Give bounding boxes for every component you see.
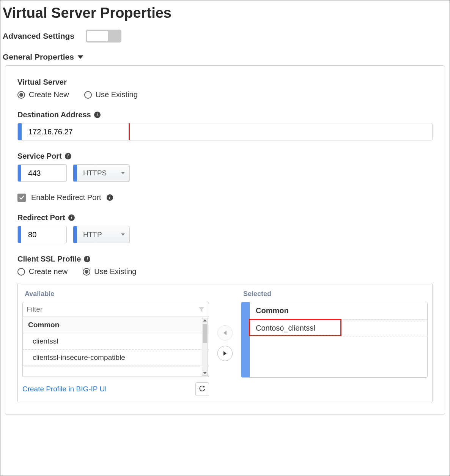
destination-address-input[interactable] — [22, 123, 432, 140]
input-stripe — [18, 165, 21, 181]
list-group-header: Common — [23, 317, 209, 333]
service-port-label: Service Port i — [17, 152, 433, 161]
radio-icon — [17, 91, 25, 99]
list-item[interactable]: clientssl-insecure-compatible — [23, 350, 209, 366]
available-listbox[interactable]: Common clientssl clientssl-insecure-comp… — [22, 317, 209, 377]
scroll-up-icon — [203, 319, 207, 322]
radio-icon — [17, 268, 25, 276]
chevron-down-icon — [78, 55, 83, 59]
selection-bar — [241, 302, 250, 377]
radio-use-existing-ssl[interactable]: Use Existing — [83, 267, 136, 276]
check-icon — [19, 195, 25, 200]
chevron-down-icon — [121, 233, 125, 236]
page-title: Virtual Server Properties — [3, 5, 447, 21]
scrollbar-thumb[interactable] — [203, 324, 207, 343]
enable-redirect-checkbox[interactable] — [17, 194, 26, 202]
input-stripe — [18, 226, 21, 243]
redirect-port-wrap — [17, 226, 67, 243]
selected-listbox[interactable]: Common Contoso_clientssl — [241, 302, 428, 378]
info-icon[interactable]: i — [94, 112, 101, 118]
service-port-wrap — [17, 164, 67, 182]
service-port-input[interactable] — [21, 165, 66, 181]
create-profile-link[interactable]: Create Profile in BIG-IP UI — [22, 385, 107, 393]
radio-icon — [84, 91, 92, 99]
destination-address-label: Destination Address i — [17, 110, 433, 119]
general-properties-panel: Virtual Server Create New Use Existing D… — [5, 65, 445, 415]
arrow-left-icon — [223, 331, 227, 335]
radio-use-existing-vs[interactable]: Use Existing — [84, 90, 138, 99]
available-title: Available — [25, 290, 209, 298]
list-item[interactable]: Contoso_clientssl — [250, 320, 427, 337]
arrow-right-icon — [223, 351, 227, 356]
selected-title: Selected — [243, 290, 428, 298]
redirect-port-input[interactable] — [21, 226, 66, 243]
client-ssl-profile-label: Client SSL Profile i — [17, 255, 433, 263]
advanced-settings-label: Advanced Settings — [3, 32, 74, 41]
input-stripe — [73, 165, 77, 181]
enable-redirect-label: Enable Redirect Port — [31, 193, 101, 202]
general-properties-header[interactable]: General Properties — [3, 52, 447, 61]
info-icon[interactable]: i — [107, 194, 113, 201]
refresh-button[interactable] — [195, 382, 209, 396]
radio-create-new-ssl[interactable]: Create new — [17, 267, 68, 276]
filter-box — [22, 302, 209, 317]
list-group-header: Common — [250, 302, 427, 320]
chevron-down-icon — [121, 172, 125, 174]
service-port-protocol-select[interactable]: HTTPS — [73, 164, 130, 182]
info-icon[interactable]: i — [65, 153, 71, 159]
radio-icon — [83, 268, 90, 276]
advanced-settings-toggle[interactable] — [86, 30, 121, 43]
list-item[interactable]: clientssl — [23, 333, 209, 350]
input-stripe — [18, 123, 22, 140]
move-left-button[interactable] — [217, 325, 233, 340]
scrollbar[interactable] — [202, 318, 208, 376]
info-icon[interactable]: i — [84, 256, 90, 262]
move-right-button[interactable] — [217, 346, 233, 361]
redirect-port-label: Redirect Port i — [17, 213, 433, 222]
ssl-profile-transfer: Available Common clientssl clientssl-ins… — [17, 283, 433, 403]
scroll-down-icon — [203, 372, 207, 374]
radio-create-new-vs[interactable]: Create New — [17, 90, 69, 99]
input-stripe — [73, 226, 77, 243]
filter-icon — [198, 306, 205, 313]
filter-input[interactable] — [23, 305, 198, 314]
destination-address-wrap — [17, 123, 433, 140]
virtual-server-label: Virtual Server — [17, 78, 433, 87]
refresh-icon — [199, 386, 206, 392]
info-icon[interactable]: i — [68, 214, 75, 221]
redirect-port-protocol-select[interactable]: HTTP — [73, 226, 130, 243]
section-title: General Properties — [3, 52, 74, 61]
